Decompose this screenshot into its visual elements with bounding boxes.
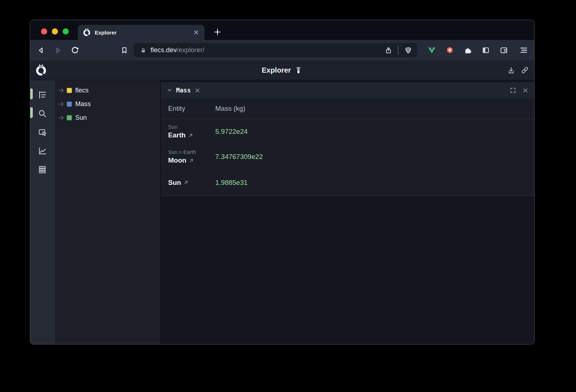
mass-value: 7.34767309e22 [215, 153, 534, 161]
table-row[interactable]: Sun Earth 5.9722e24 [161, 119, 534, 144]
entity-name[interactable]: Moon [168, 156, 186, 165]
close-icon [522, 87, 529, 94]
tab-title: Explorer [95, 29, 193, 36]
query-panel: Mass [160, 80, 534, 345]
explorer-page-header: Explorer [30, 60, 534, 80]
wallet-button[interactable] [499, 46, 508, 55]
inspector-icon [37, 127, 47, 137]
table-header-row: Entity Mass (kg) [161, 98, 534, 119]
vue-devtools-extension-button[interactable] [427, 46, 436, 55]
open-entity-icon[interactable] [189, 158, 194, 163]
query-tab-close-icon[interactable] [194, 87, 201, 94]
flecs-favicon [83, 28, 91, 36]
tree-item-label: Mass [75, 100, 91, 108]
inspector-button[interactable] [30, 124, 54, 140]
share-icon[interactable] [384, 46, 393, 55]
remote-connection-icon [294, 66, 303, 74]
entity-tree-panel: flecs Mass Sun [54, 80, 160, 345]
puzzle-icon [463, 46, 472, 55]
url-path: /explorer/ [177, 46, 204, 54]
refresh-icon [70, 46, 80, 55]
tab-close-icon[interactable] [193, 29, 199, 36]
download-icon [507, 65, 516, 75]
search-icon [37, 109, 47, 118]
sidebar-icon [481, 46, 490, 55]
fullscreen-button[interactable] [509, 86, 517, 94]
entity-cell: Sun > Earth Moon [161, 149, 215, 165]
entity-cell: Sun Earth [161, 123, 215, 140]
close-window-button[interactable] [41, 28, 47, 35]
entity-name[interactable]: Sun [168, 178, 181, 187]
entity-color-swatch [67, 115, 72, 120]
extensions-button[interactable] [463, 46, 472, 55]
expand-arrow-icon[interactable] [58, 115, 64, 121]
table-row[interactable]: Sun > Earth Moon 7.34767309e22 [161, 144, 534, 169]
mass-value: 1.9885e31 [215, 179, 534, 187]
url-bar-actions [384, 46, 413, 55]
tree-item-flecs[interactable]: flecs [55, 83, 160, 97]
column-header-entity: Entity [161, 105, 215, 113]
bookmark-button[interactable] [119, 45, 129, 55]
entity-parent-path: Sun [168, 123, 215, 131]
tree-panel-active-indicator [30, 88, 33, 99]
entity-color-swatch [67, 101, 72, 107]
page-title-group: Explorer [30, 66, 534, 74]
new-tab-button[interactable] [212, 27, 222, 37]
expand-arrow-icon[interactable] [58, 87, 64, 94]
open-entity-icon[interactable] [188, 133, 193, 138]
hexagon-extension-button[interactable] [445, 46, 454, 55]
toolbar-divider [398, 46, 399, 55]
browser-window: Explorer [30, 20, 535, 345]
plus-icon [213, 28, 222, 36]
browser-toolbar: flecs.dev/explorer/ [30, 40, 534, 60]
vue-icon [427, 46, 436, 55]
download-button[interactable] [506, 65, 516, 75]
refresh-button[interactable] [70, 45, 80, 55]
minimize-window-button[interactable] [52, 28, 58, 35]
fullscreen-icon [509, 86, 517, 94]
url-domain: flecs.dev [150, 46, 177, 54]
forward-icon [53, 46, 63, 55]
back-button[interactable] [36, 45, 46, 55]
back-icon [36, 46, 46, 55]
page-title: Explorer [262, 66, 291, 74]
copy-link-button[interactable] [520, 65, 530, 75]
traffic-lights [41, 28, 69, 35]
browser-menu-button[interactable] [518, 45, 528, 55]
tree-item-mass[interactable]: Mass [55, 97, 160, 111]
zoom-window-button[interactable] [63, 28, 69, 35]
url-text: flecs.dev/explorer/ [150, 46, 384, 54]
close-panel-button[interactable] [521, 86, 529, 94]
panel-icon-sidebar [30, 80, 54, 345]
memory-icon [37, 165, 47, 174]
wallet-icon [499, 46, 508, 55]
tree-item-sun[interactable]: Sun [55, 111, 160, 124]
column-header-mass: Mass (kg) [215, 105, 534, 113]
expand-arrow-icon[interactable] [58, 101, 64, 107]
link-icon [520, 65, 530, 75]
browser-titlebar: Explorer [30, 20, 534, 40]
query-panel-header: Mass [161, 82, 534, 98]
browser-tab-explorer[interactable]: Explorer [78, 25, 204, 40]
table-row[interactable]: Sun 1.9885e31 [161, 169, 534, 196]
tree-icon [37, 90, 47, 100]
query-tab-label[interactable]: Mass [176, 87, 191, 94]
stats-chart-button[interactable] [30, 143, 54, 159]
hamburger-menu-icon [519, 46, 528, 55]
extensions-area [427, 46, 508, 55]
query-panel-controls [509, 86, 529, 94]
forward-button[interactable] [53, 45, 63, 55]
entity-tree-button[interactable] [30, 87, 54, 102]
flecs-logo [35, 64, 47, 76]
sidebar-toggle-button[interactable] [481, 46, 490, 55]
entity-name[interactable]: Earth [168, 131, 186, 140]
memory-button[interactable] [30, 161, 54, 177]
query-search-button[interactable] [30, 105, 54, 121]
url-bar[interactable]: flecs.dev/explorer/ [134, 43, 417, 57]
entity-cell: Sun [161, 178, 215, 187]
open-entity-icon[interactable] [184, 180, 188, 185]
brave-shield-icon[interactable] [404, 46, 413, 55]
collapse-chevron-icon[interactable] [166, 87, 173, 94]
lock-icon [139, 46, 147, 54]
explorer-content: flecs Mass Sun [30, 80, 534, 345]
